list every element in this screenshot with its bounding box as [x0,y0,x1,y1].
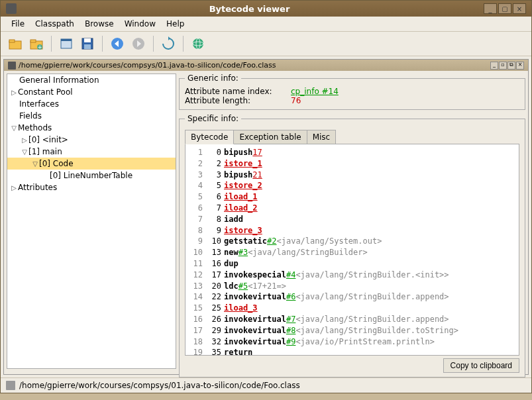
sub-maximize-button[interactable]: ▫ [499,62,507,70]
cp-ref[interactable]: #2 [267,236,276,247]
open-folder-button[interactable] [6,34,25,53]
cp-ref[interactable]: #4 [286,270,295,281]
code-line: 1422invokevirtual #6 <java/lang/StringBu… [188,291,516,303]
code-line: 67iload_2 [188,203,516,214]
generic-info-group: Generic info: Attribute name index: cp_i… [179,74,525,110]
minimize-button[interactable]: _ [484,3,497,14]
tree-panel[interactable]: General Information ▷Constant Pool Inter… [7,74,176,369]
code-line: 10bipush 17 [188,147,516,158]
specific-info-legend: Specific info: [185,114,241,123]
globe-button[interactable] [189,34,207,53]
window-title: Bytecode viewer [17,4,482,14]
statusbar: /home/gpierre/work/courses/compsys/01.ja… [1,377,531,393]
tree-constant-pool[interactable]: ▷Constant Pool [7,86,176,98]
forward-button[interactable] [129,34,148,53]
menu-help[interactable]: Help [161,18,189,30]
tab-misc[interactable]: Misc [307,130,337,144]
file-icon [6,381,15,390]
separator [153,36,154,52]
tab-bytecode[interactable]: Bytecode [185,130,234,144]
expand-icon[interactable]: ▷ [10,89,18,96]
tree-interfaces[interactable]: Interfaces [7,98,176,110]
file-icon [8,62,16,70]
cp-ref[interactable]: #3 [239,247,248,258]
attr-len-label: Attribute length: [185,96,291,105]
add-folder-button[interactable]: + [27,34,46,53]
separator [102,36,103,52]
tree-general-info[interactable]: General Information [7,74,176,86]
expand-icon[interactable]: ▷ [21,136,28,144]
browse-button[interactable] [57,34,76,53]
cp-ref[interactable]: #7 [286,314,295,325]
tree-init[interactable]: ▷[0] <init> [7,134,176,146]
svg-point-13 [193,38,203,49]
cp-ref[interactable]: #5 [239,281,248,292]
close-button[interactable]: × [513,3,526,14]
separator [51,36,52,52]
code-line: 1217invokespecial #4 <java/lang/StringBu… [188,270,516,281]
code-line: 1525iload_3 [188,303,516,314]
tab-exception[interactable]: Exception table [233,130,307,144]
sub-restore-button[interactable]: ⧉ [507,62,515,70]
svg-rect-9 [84,38,91,42]
maximize-button[interactable]: ▢ [498,3,511,14]
attr-len-value: 76 [291,96,301,105]
right-panel: Generic info: Attribute name index: cp_i… [179,74,525,369]
menu-file[interactable]: File [6,18,30,30]
expand-icon[interactable]: ▷ [10,184,18,191]
bytecode-listing[interactable]: 10bipush 1722istore_133bipush 2145istore… [185,144,519,356]
tab-row: Bytecode Exception table Misc [185,130,519,144]
collapse-icon[interactable]: ▽ [21,148,28,156]
menu-browse[interactable]: Browse [80,18,119,30]
svg-rect-7 [61,39,72,41]
tree-code[interactable]: ▽[0] Code [7,158,176,170]
sub-minimize-button[interactable]: _ [490,62,498,70]
collapse-icon[interactable]: ▽ [31,160,39,168]
cp-ref[interactable]: #6 [286,291,295,303]
save-button[interactable] [78,34,97,53]
subwindow: /home/gpierre/work/courses/compsys/01.ja… [3,59,529,375]
tree-fields[interactable]: Fields [7,110,176,122]
code-line: 78iadd [188,214,516,225]
app-icon [6,3,17,14]
main-window: Bytecode viewer _ ▢ × File Classpath Bro… [0,0,532,393]
code-line: 1116dup [188,258,516,270]
cp-ref[interactable]: #8 [286,325,295,336]
tree-main[interactable]: ▽[1] main [7,146,176,158]
separator [183,36,184,52]
code-line: 910getstatic #2 <java/lang/System.out> [188,236,516,247]
titlebar: Bytecode viewer _ ▢ × [1,1,531,17]
refresh-button[interactable] [159,34,178,53]
content-area: General Information ▷Constant Pool Inter… [4,71,528,372]
code-line: 45istore_2 [188,180,516,191]
menubar: File Classpath Browse Window Help [1,17,531,32]
code-line: 1935return [188,347,516,356]
sub-close-button[interactable]: × [516,62,524,70]
code-line: 1013new #3 <java/lang/StringBuilder> [188,247,516,258]
tree-linenumbertable[interactable]: [0] LineNumberTable [7,170,176,181]
copy-to-clipboard-button[interactable]: Copy to clipboard [443,358,519,373]
svg-rect-3 [30,40,36,42]
menu-classpath[interactable]: Classpath [30,18,80,30]
code-line: 56iload_1 [188,191,516,203]
generic-info-legend: Generic info: [185,74,241,83]
svg-text:+: + [38,44,42,50]
tree-methods[interactable]: ▽Methods [7,122,176,134]
code-line: 1626invokevirtual #7 <java/lang/StringBu… [188,314,516,325]
svg-rect-1 [9,40,15,42]
attr-name-value[interactable]: cp_info #14 [291,87,339,96]
toolbar: + [1,32,531,56]
svg-rect-10 [84,44,91,49]
subwindow-titlebar: /home/gpierre/work/courses/compsys/01.ja… [4,60,528,71]
subwindow-path: /home/gpierre/work/courses/compsys/01.ja… [19,61,490,70]
menu-window[interactable]: Window [119,18,161,30]
statusbar-path: /home/gpierre/work/courses/compsys/01.ja… [19,381,300,390]
code-line: 89istore_3 [188,225,516,236]
attr-name-label: Attribute name index: [185,87,291,96]
collapse-icon[interactable]: ▽ [10,125,18,132]
tree-attributes[interactable]: ▷Attributes [7,181,176,193]
cp-ref[interactable]: #9 [286,336,295,348]
code-line: 33bipush 21 [188,170,516,181]
code-line: 1832invokevirtual #9 <java/io/PrintStrea… [188,336,516,348]
back-button[interactable] [108,34,127,53]
